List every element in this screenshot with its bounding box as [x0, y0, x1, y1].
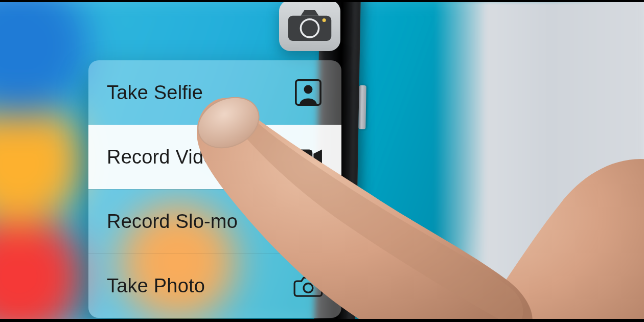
svg-point-7	[304, 217, 313, 226]
svg-rect-5	[294, 150, 312, 165]
menu-item-label: Take Photo	[107, 275, 205, 297]
svg-point-8	[304, 284, 313, 293]
camera-outline-icon	[293, 271, 323, 301]
menu-item-label: Take Selfie	[107, 82, 203, 104]
selfie-icon	[293, 78, 323, 107]
camera-app-icon[interactable]	[279, 0, 340, 51]
menu-item-label: Record Slo-mo	[107, 211, 238, 233]
camera-quick-actions-menu: Take Selfie Record Video Record Slo-mo	[88, 60, 341, 318]
menu-item-take-photo[interactable]: Take Photo	[88, 254, 341, 318]
menu-item-record-slomo[interactable]: Record Slo-mo	[88, 189, 341, 254]
svg-point-2	[323, 18, 326, 22]
frame-bar-top	[0, 0, 644, 2]
menu-item-label: Record Video	[107, 146, 225, 168]
frame-bar-bottom	[0, 319, 644, 322]
menu-item-take-selfie[interactable]: Take Selfie	[88, 60, 341, 125]
video-icon	[293, 142, 323, 172]
svg-point-4	[304, 85, 313, 94]
camera-icon	[287, 9, 332, 42]
slomo-icon	[293, 206, 323, 236]
background-right-gradient	[434, 0, 644, 322]
menu-item-record-video[interactable]: Record Video	[88, 125, 341, 189]
